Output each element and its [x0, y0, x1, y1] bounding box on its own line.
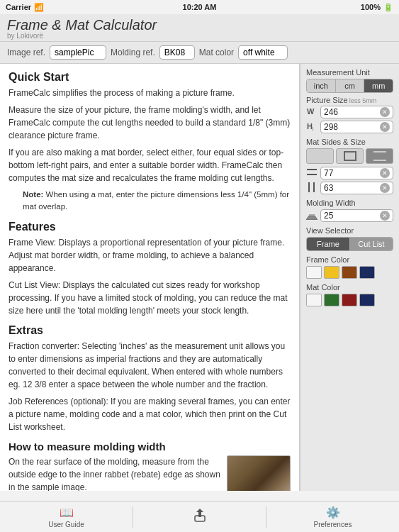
- battery-icon: 🔋: [383, 3, 393, 12]
- para3: If you are also making a mat border, sel…: [9, 146, 291, 184]
- mat-pair1-value: 77: [324, 168, 380, 178]
- extras-para1: Fraction converter: Selecting 'inches' a…: [9, 340, 291, 391]
- user-guide-label: User Guide: [48, 521, 84, 528]
- mat-color-green[interactable]: [324, 294, 339, 306]
- frame-color-brown[interactable]: [342, 266, 357, 279]
- molding-ref-label: Molding ref.: [111, 48, 155, 57]
- mat-pair1-clear[interactable]: ✕: [380, 168, 390, 178]
- less5mm-label: less 5mm: [349, 97, 377, 104]
- image-ref-input[interactable]: [50, 45, 106, 60]
- picture-size-label: Picture Size: [306, 96, 348, 104]
- share-tab[interactable]: [133, 506, 266, 528]
- ref-row: Image ref. Molding ref. Mat color: [0, 42, 399, 64]
- how-to-section: On the rear surface of the molding, meas…: [9, 455, 291, 492]
- mat-color-red[interactable]: [342, 294, 357, 306]
- carrier-label: Carrier: [6, 3, 31, 11]
- width-value: 246: [324, 107, 380, 117]
- height-clear-button[interactable]: ✕: [380, 122, 390, 132]
- frame-color-white[interactable]: [306, 266, 322, 279]
- mat-pair-button[interactable]: [366, 148, 393, 164]
- gear-icon: ⚙️: [326, 506, 340, 519]
- extras-title: Extras: [9, 324, 291, 337]
- pair2-icon: [306, 182, 317, 194]
- height-icon: H ↕: [306, 121, 317, 133]
- how-to-text: On the rear surface of the molding, meas…: [9, 455, 221, 492]
- picture-size-header: Picture Size less 5mm: [306, 96, 393, 104]
- unit-buttons: inch cm mm: [306, 79, 393, 93]
- height-input-wrap: 298 ✕: [320, 121, 393, 133]
- preferences-tab[interactable]: ⚙️ Preferences: [266, 503, 399, 531]
- unit-inch-button[interactable]: inch: [307, 79, 336, 92]
- height-row: H ↕ 298 ✕: [306, 121, 393, 133]
- molding-width-value: 25: [324, 211, 380, 221]
- note-content: When using a mat, enter the picture dime…: [23, 190, 289, 211]
- mat-pair2-clear[interactable]: ✕: [380, 183, 390, 193]
- mat-color-label: Mat color: [199, 48, 234, 57]
- status-bar: Carrier 📶 10:20 AM 100% 🔋: [0, 0, 399, 14]
- unit-cm-button[interactable]: cm: [336, 79, 365, 92]
- mat-pair1-row: 77 ✕: [306, 167, 393, 179]
- unit-mm-button[interactable]: mm: [364, 79, 393, 92]
- mat-pair2-input: 63 ✕: [320, 182, 393, 194]
- features-para2: Cut List View: Displays the calculated c…: [9, 279, 291, 317]
- right-panel: Measurement Unit inch cm mm Picture Size…: [300, 64, 399, 491]
- mat-color-input[interactable]: [238, 45, 288, 60]
- width-icon: W: [306, 106, 317, 118]
- svg-text:W: W: [307, 107, 315, 116]
- cutlist-view-button[interactable]: Cut List: [350, 238, 393, 250]
- user-guide-tab[interactable]: 📖 User Guide: [0, 503, 133, 531]
- molding-width-input: 25 ✕: [320, 209, 393, 222]
- view-selector-label: View Selector: [306, 226, 393, 235]
- preferences-label: Preferences: [314, 521, 352, 528]
- left-panel: Quick Start FrameCalc simplifies the pro…: [0, 64, 300, 491]
- svg-marker-10: [196, 509, 203, 512]
- molding-image: [227, 455, 291, 492]
- para2: Measure the size of your picture, the fr…: [9, 104, 291, 142]
- view-selector-buttons: Frame Cut List: [306, 237, 393, 251]
- mat-shape-buttons: [306, 148, 393, 164]
- frame-color-swatches: [306, 266, 393, 279]
- mat-color-white[interactable]: [306, 294, 322, 306]
- share-icon: [193, 509, 207, 526]
- app-header: Frame & Mat Calculator by Lokivorë: [0, 14, 399, 42]
- quick-start-title: Quick Start: [9, 71, 291, 84]
- mat-color-swatches: [306, 294, 393, 306]
- width-clear-button[interactable]: ✕: [380, 107, 390, 117]
- molding-width-label: Molding Width: [306, 199, 393, 207]
- note-label: Note:: [23, 190, 43, 199]
- extras-para2: Job References (optional): If you are ma…: [9, 395, 291, 433]
- para1: FrameCalc simplifies the process of maki…: [9, 87, 291, 99]
- frame-color-navy[interactable]: [359, 266, 375, 279]
- svg-text:↕: ↕: [311, 126, 314, 131]
- height-value: 298: [324, 122, 380, 132]
- mat-pair1-input: 77 ✕: [320, 167, 393, 179]
- features-para1: Frame View: Displays a proportional repr…: [9, 236, 291, 275]
- status-left: Carrier 📶: [6, 3, 44, 12]
- molding-width-icon: [306, 210, 317, 222]
- width-row: W 246 ✕: [306, 106, 393, 118]
- frame-color-label: Frame Color: [306, 255, 393, 264]
- wifi-icon: 📶: [34, 3, 44, 12]
- frame-color-gold[interactable]: [324, 266, 339, 279]
- measurement-unit-label: Measurement Unit: [306, 68, 393, 77]
- mat-pair2-row: 63 ✕: [306, 182, 393, 194]
- mat-color-navy[interactable]: [359, 294, 375, 306]
- mat-none-button[interactable]: [306, 148, 334, 164]
- image-ref-label: Image ref.: [7, 48, 45, 57]
- battery-label: 100%: [361, 3, 381, 11]
- mat-none-icon: [314, 151, 327, 161]
- svg-rect-8: [309, 214, 315, 216]
- app-title: Frame & Mat Calculator: [7, 17, 392, 33]
- mat-equal-button[interactable]: [336, 148, 364, 164]
- mat-equal-icon: [344, 151, 356, 161]
- status-time: 10:20 AM: [183, 3, 217, 11]
- mat-sides-label: Mat Sides & Size: [306, 138, 393, 146]
- note-text: Note: When using a mat, enter the pictur…: [23, 189, 291, 214]
- main-content: Quick Start FrameCalc simplifies the pro…: [0, 64, 399, 491]
- molding-width-clear[interactable]: ✕: [380, 211, 390, 221]
- howto-title: How to measure molding width: [9, 440, 291, 453]
- frame-view-button[interactable]: Frame: [307, 238, 350, 250]
- howto-para1: On the rear surface of the molding, meas…: [9, 455, 221, 492]
- molding-ref-input[interactable]: [159, 45, 195, 60]
- pair1-icon: [306, 169, 317, 177]
